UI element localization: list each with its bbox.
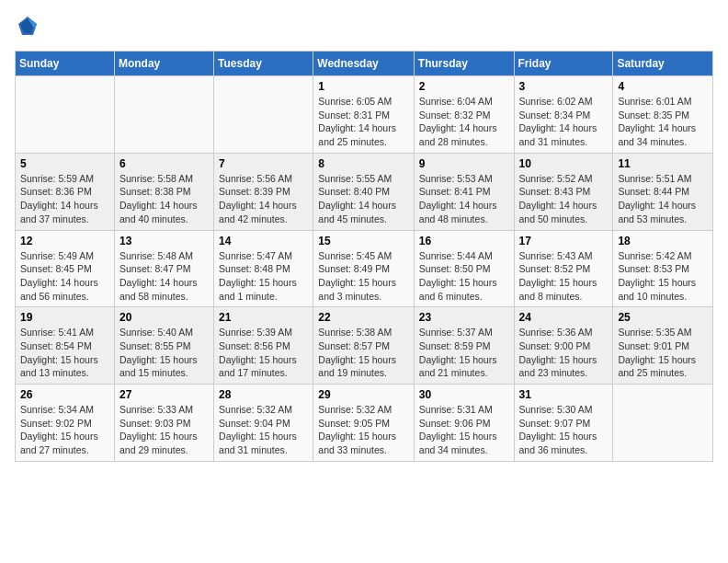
weekday-header-sunday: Sunday — [16, 52, 115, 76]
day-detail: Sunrise: 5:40 AM Sunset: 8:55 PM Dayligh… — [119, 326, 209, 380]
day-number: 3 — [519, 80, 609, 93]
day-detail: Sunrise: 5:38 AM Sunset: 8:57 PM Dayligh… — [318, 326, 409, 380]
calendar-cell: 14Sunrise: 5:47 AM Sunset: 8:48 PM Dayli… — [214, 230, 313, 307]
day-number: 14 — [219, 235, 308, 247]
day-number: 28 — [219, 388, 308, 401]
day-number: 16 — [419, 235, 509, 247]
day-number: 27 — [119, 388, 209, 401]
calendar-week-2: 5Sunrise: 5:59 AM Sunset: 8:36 PM Daylig… — [16, 153, 713, 230]
day-number: 29 — [318, 388, 409, 401]
day-number: 4 — [618, 80, 708, 93]
day-number: 9 — [419, 157, 509, 170]
calendar-week-1: 1Sunrise: 6:05 AM Sunset: 8:31 PM Daylig… — [16, 76, 713, 154]
logo-icon — [17, 15, 39, 37]
weekday-header-monday: Monday — [114, 52, 213, 76]
weekday-header-tuesday: Tuesday — [214, 52, 313, 76]
weekday-header-wednesday: Wednesday — [313, 52, 415, 76]
day-detail: Sunrise: 5:47 AM Sunset: 8:48 PM Dayligh… — [219, 249, 308, 304]
calendar-cell: 22Sunrise: 5:38 AM Sunset: 8:57 PM Dayli… — [313, 307, 415, 385]
day-detail: Sunrise: 5:32 AM Sunset: 9:05 PM Dayligh… — [318, 403, 409, 457]
day-detail: Sunrise: 5:49 AM Sunset: 8:45 PM Dayligh… — [20, 249, 109, 304]
calendar-week-3: 12Sunrise: 5:49 AM Sunset: 8:45 PM Dayli… — [16, 230, 713, 307]
calendar-cell: 18Sunrise: 5:42 AM Sunset: 8:53 PM Dayli… — [613, 230, 713, 307]
calendar-cell: 27Sunrise: 5:33 AM Sunset: 9:03 PM Dayli… — [114, 385, 213, 462]
day-detail: Sunrise: 5:52 AM Sunset: 8:43 PM Dayligh… — [519, 172, 609, 226]
day-number: 1 — [318, 80, 409, 93]
calendar-cell: 20Sunrise: 5:40 AM Sunset: 8:55 PM Dayli… — [114, 307, 213, 385]
day-number: 10 — [519, 157, 609, 170]
day-detail: Sunrise: 5:31 AM Sunset: 9:06 PM Dayligh… — [419, 403, 509, 457]
weekday-header-thursday: Thursday — [414, 52, 514, 76]
calendar-cell: 4Sunrise: 6:01 AM Sunset: 8:35 PM Daylig… — [613, 76, 713, 154]
day-detail: Sunrise: 5:48 AM Sunset: 8:47 PM Dayligh… — [119, 249, 209, 304]
day-number: 2 — [419, 80, 509, 93]
page-header — [15, 15, 713, 41]
day-detail: Sunrise: 5:33 AM Sunset: 9:03 PM Dayligh… — [119, 403, 209, 457]
day-detail: Sunrise: 5:37 AM Sunset: 8:59 PM Dayligh… — [419, 326, 509, 380]
day-detail: Sunrise: 6:02 AM Sunset: 8:34 PM Dayligh… — [519, 95, 609, 149]
weekday-header-friday: Friday — [514, 52, 613, 76]
day-number: 30 — [419, 388, 509, 401]
calendar-cell: 24Sunrise: 5:36 AM Sunset: 9:00 PM Dayli… — [514, 307, 613, 385]
day-detail: Sunrise: 6:01 AM Sunset: 8:35 PM Dayligh… — [618, 95, 708, 149]
calendar-cell: 29Sunrise: 5:32 AM Sunset: 9:05 PM Dayli… — [313, 385, 415, 462]
day-number: 17 — [519, 235, 609, 247]
day-detail: Sunrise: 5:45 AM Sunset: 8:49 PM Dayligh… — [318, 249, 409, 304]
calendar-cell: 1Sunrise: 6:05 AM Sunset: 8:31 PM Daylig… — [313, 76, 415, 154]
day-number: 26 — [20, 388, 109, 401]
calendar-cell: 26Sunrise: 5:34 AM Sunset: 9:02 PM Dayli… — [16, 385, 115, 462]
calendar-table: SundayMondayTuesdayWednesdayThursdayFrid… — [15, 51, 713, 462]
logo — [15, 15, 39, 41]
day-detail: Sunrise: 5:43 AM Sunset: 8:52 PM Dayligh… — [519, 249, 609, 304]
day-detail: Sunrise: 5:56 AM Sunset: 8:39 PM Dayligh… — [219, 172, 308, 226]
calendar-cell: 2Sunrise: 6:04 AM Sunset: 8:32 PM Daylig… — [414, 76, 514, 154]
day-detail: Sunrise: 5:36 AM Sunset: 9:00 PM Dayligh… — [519, 326, 609, 380]
day-number: 11 — [618, 157, 708, 170]
calendar-cell: 17Sunrise: 5:43 AM Sunset: 8:52 PM Dayli… — [514, 230, 613, 307]
calendar-cell: 11Sunrise: 5:51 AM Sunset: 8:44 PM Dayli… — [613, 153, 713, 230]
day-number: 23 — [419, 311, 509, 324]
day-detail: Sunrise: 5:53 AM Sunset: 8:41 PM Dayligh… — [419, 172, 509, 226]
calendar-cell: 21Sunrise: 5:39 AM Sunset: 8:56 PM Dayli… — [214, 307, 313, 385]
calendar-week-5: 26Sunrise: 5:34 AM Sunset: 9:02 PM Dayli… — [16, 385, 713, 462]
day-number: 15 — [318, 235, 409, 247]
day-detail: Sunrise: 5:58 AM Sunset: 8:38 PM Dayligh… — [119, 172, 209, 226]
day-detail: Sunrise: 5:32 AM Sunset: 9:04 PM Dayligh… — [219, 403, 308, 457]
calendar-cell — [613, 385, 713, 462]
day-detail: Sunrise: 5:59 AM Sunset: 8:36 PM Dayligh… — [20, 172, 109, 226]
day-detail: Sunrise: 5:41 AM Sunset: 8:54 PM Dayligh… — [20, 326, 109, 380]
calendar-cell: 5Sunrise: 5:59 AM Sunset: 8:36 PM Daylig… — [16, 153, 115, 230]
calendar-cell: 15Sunrise: 5:45 AM Sunset: 8:49 PM Dayli… — [313, 230, 415, 307]
calendar-week-4: 19Sunrise: 5:41 AM Sunset: 8:54 PM Dayli… — [16, 307, 713, 385]
calendar-cell: 23Sunrise: 5:37 AM Sunset: 8:59 PM Dayli… — [414, 307, 514, 385]
day-number: 13 — [119, 235, 209, 247]
day-detail: Sunrise: 5:30 AM Sunset: 9:07 PM Dayligh… — [519, 403, 609, 457]
day-number: 7 — [219, 157, 308, 170]
calendar-cell: 8Sunrise: 5:55 AM Sunset: 8:40 PM Daylig… — [313, 153, 415, 230]
day-number: 31 — [519, 388, 609, 401]
calendar-cell: 19Sunrise: 5:41 AM Sunset: 8:54 PM Dayli… — [16, 307, 115, 385]
day-detail: Sunrise: 5:44 AM Sunset: 8:50 PM Dayligh… — [419, 249, 509, 304]
day-number: 5 — [20, 157, 109, 170]
calendar-cell — [214, 76, 313, 154]
calendar-cell: 7Sunrise: 5:56 AM Sunset: 8:39 PM Daylig… — [214, 153, 313, 230]
day-number: 6 — [119, 157, 209, 170]
day-number: 8 — [318, 157, 409, 170]
day-detail: Sunrise: 5:51 AM Sunset: 8:44 PM Dayligh… — [618, 172, 708, 226]
calendar-cell: 6Sunrise: 5:58 AM Sunset: 8:38 PM Daylig… — [114, 153, 213, 230]
calendar-cell: 30Sunrise: 5:31 AM Sunset: 9:06 PM Dayli… — [414, 385, 514, 462]
weekday-row: SundayMondayTuesdayWednesdayThursdayFrid… — [16, 52, 713, 76]
calendar-cell: 9Sunrise: 5:53 AM Sunset: 8:41 PM Daylig… — [414, 153, 514, 230]
calendar-body: 1Sunrise: 6:05 AM Sunset: 8:31 PM Daylig… — [16, 76, 713, 462]
calendar-cell: 31Sunrise: 5:30 AM Sunset: 9:07 PM Dayli… — [514, 385, 613, 462]
day-detail: Sunrise: 5:55 AM Sunset: 8:40 PM Dayligh… — [318, 172, 409, 226]
calendar-cell — [114, 76, 213, 154]
day-detail: Sunrise: 5:35 AM Sunset: 9:01 PM Dayligh… — [618, 326, 708, 380]
calendar-cell — [16, 76, 115, 154]
calendar-cell: 10Sunrise: 5:52 AM Sunset: 8:43 PM Dayli… — [514, 153, 613, 230]
calendar-header: SundayMondayTuesdayWednesdayThursdayFrid… — [16, 52, 713, 76]
calendar-cell: 28Sunrise: 5:32 AM Sunset: 9:04 PM Dayli… — [214, 385, 313, 462]
calendar-cell: 16Sunrise: 5:44 AM Sunset: 8:50 PM Dayli… — [414, 230, 514, 307]
day-number: 24 — [519, 311, 609, 324]
weekday-header-saturday: Saturday — [613, 52, 713, 76]
